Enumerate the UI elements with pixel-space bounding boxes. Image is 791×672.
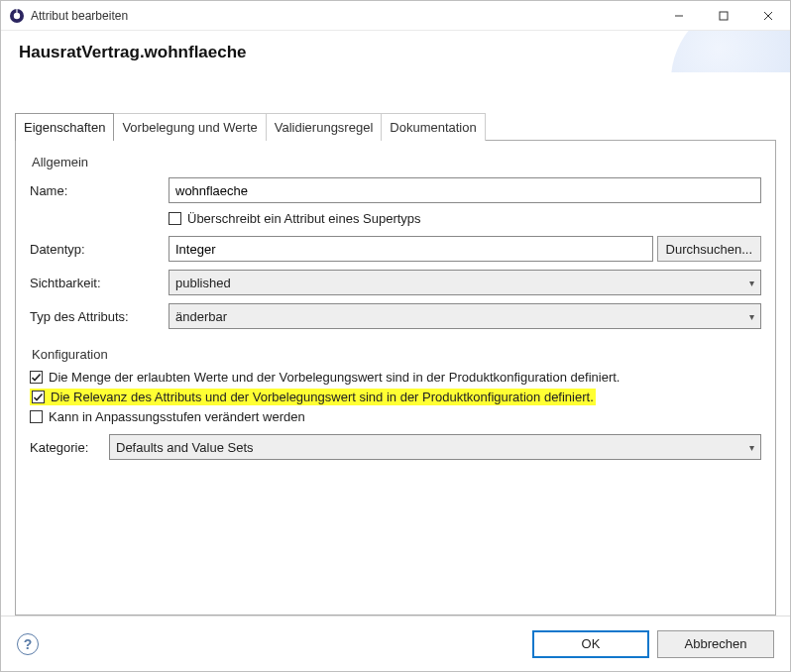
ok-button[interactable]: OK	[532, 630, 649, 658]
chevron-down-icon: ▾	[749, 442, 754, 453]
row-name: Name:	[30, 177, 761, 203]
input-name[interactable]	[169, 177, 761, 203]
app-icon	[9, 8, 25, 24]
label-name: Name:	[30, 183, 169, 198]
checkbox-relevance[interactable]	[32, 391, 45, 403]
svg-rect-8	[31, 372, 43, 384]
checkbox-override[interactable]	[169, 212, 181, 225]
label-attrtype: Typ des Attributs:	[30, 309, 169, 324]
svg-rect-7	[170, 213, 181, 225]
svg-rect-9	[33, 392, 45, 403]
chevron-down-icon: ▾	[749, 311, 754, 322]
titlebar: Attribut bearbeiten	[1, 1, 790, 31]
row-changeable[interactable]: Kann in Anpassungsstufen verändert werde…	[30, 409, 761, 424]
checkbox-changeable[interactable]	[30, 410, 43, 423]
combo-category-value: Defaults and Value Sets	[116, 440, 254, 455]
label-allowed-values: Die Menge der erlaubten Werte und der Vo…	[49, 370, 620, 385]
header-decoration	[671, 31, 790, 72]
row-override[interactable]: Überschreibt ein Attribut eines Supertyp…	[169, 211, 761, 226]
tab-eigenschaften[interactable]: Eigenschaften	[15, 113, 114, 141]
combo-attrtype-value: änderbar	[175, 309, 227, 324]
cancel-button[interactable]: Abbrechen	[657, 630, 774, 658]
label-changeable: Kann in Anpassungsstufen verändert werde…	[49, 409, 305, 424]
row-relevance[interactable]: Die Relevanz des Attributs und der Vorbe…	[30, 389, 761, 405]
titlebar-buttons	[656, 1, 790, 30]
row-attrtype: Typ des Attributs: änderbar ▾	[30, 303, 761, 329]
button-browse-datatype[interactable]: Durchsuchen...	[657, 236, 761, 262]
label-relevance: Die Relevanz des Attributs und der Vorbe…	[51, 390, 594, 404]
tab-panel-eigenschaften: Allgemein Name: Überschreibt ein Attribu…	[15, 140, 776, 616]
tab-bar: Eigenschaften Vorbelegung und Werte Vali…	[1, 112, 790, 140]
checkbox-allowed-values[interactable]	[30, 371, 43, 384]
tab-dokumentation[interactable]: Dokumentation	[381, 113, 485, 141]
row-visibility: Sichtbarkeit: published ▾	[30, 270, 761, 295]
tab-vorbelegung[interactable]: Vorbelegung und Werte	[113, 113, 266, 141]
titlebar-title: Attribut bearbeiten	[31, 9, 656, 23]
combo-attrtype[interactable]: änderbar ▾	[169, 303, 761, 329]
dialog-window: Attribut bearbeiten HausratVertrag.wohnf…	[0, 0, 791, 672]
minimize-button[interactable]	[656, 1, 701, 30]
tab-validierungsregel[interactable]: Validierungsregel	[266, 113, 383, 141]
dialog-header: HausratVertrag.wohnflaeche	[1, 31, 790, 72]
spacer	[1, 72, 790, 112]
row-allowed-values[interactable]: Die Menge der erlaubten Werte und der Vo…	[30, 370, 761, 385]
help-icon[interactable]: ?	[17, 633, 39, 655]
label-category: Kategorie:	[30, 440, 109, 455]
close-button[interactable]	[745, 1, 790, 30]
dialog-footer: ? OK Abbrechen	[1, 616, 790, 671]
label-datatype: Datentyp:	[30, 242, 169, 257]
input-datatype[interactable]	[169, 236, 653, 262]
svg-rect-4	[720, 12, 728, 20]
chevron-down-icon: ▾	[749, 278, 754, 288]
combo-visibility-value: published	[175, 276, 231, 290]
label-visibility: Sichtbarkeit:	[30, 276, 169, 290]
svg-rect-10	[31, 411, 43, 423]
combo-visibility[interactable]: published ▾	[169, 270, 761, 295]
dialog-title: HausratVertrag.wohnflaeche	[19, 43, 772, 62]
group-konfiguration-label: Konfiguration	[32, 347, 761, 362]
row-category: Kategorie: Defaults and Value Sets ▾	[30, 434, 761, 460]
svg-rect-2	[16, 8, 18, 14]
label-override: Überschreibt ein Attribut eines Supertyp…	[187, 211, 421, 226]
maximize-button[interactable]	[701, 1, 745, 30]
combo-category[interactable]: Defaults and Value Sets ▾	[109, 434, 761, 460]
group-allgemein-label: Allgemein	[32, 155, 761, 169]
row-datatype: Datentyp: Durchsuchen...	[30, 236, 761, 262]
